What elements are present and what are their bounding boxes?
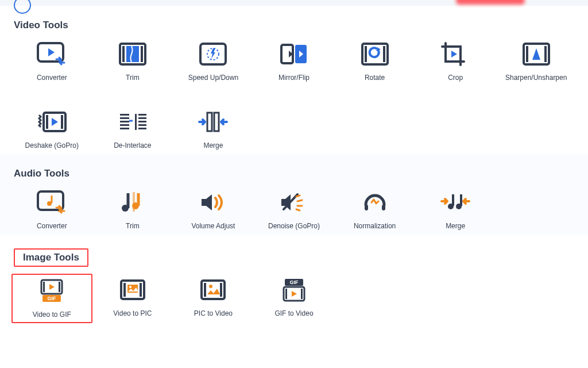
tool-video-to-pic[interactable]: Video to PIC bbox=[95, 277, 171, 320]
svg-point-39 bbox=[47, 201, 52, 206]
tool-crop[interactable]: Crop bbox=[417, 41, 494, 82]
svg-rect-71 bbox=[301, 289, 303, 299]
tool-volume[interactable]: Volume Adjust bbox=[175, 190, 252, 230]
tool-speed[interactable]: Speed Up/Down bbox=[175, 41, 252, 82]
svg-rect-34 bbox=[138, 124, 146, 126]
svg-text:GIF: GIF bbox=[289, 279, 299, 285]
tool-label: Merge bbox=[446, 222, 465, 230]
svg-rect-37 bbox=[214, 113, 219, 131]
svg-rect-54 bbox=[59, 282, 60, 292]
svg-rect-31 bbox=[138, 114, 146, 116]
tool-label: Rotate bbox=[365, 74, 385, 82]
svg-rect-30 bbox=[135, 114, 137, 130]
tool-gif-to-video[interactable]: GIF GIF to Video bbox=[256, 277, 332, 320]
top-bar bbox=[0, 0, 588, 6]
tool-audio-trim[interactable]: Trim bbox=[95, 190, 171, 230]
audio-tools-section: Audio Tools Converter Trim bbox=[0, 154, 588, 235]
image-tools-grid: GIF Video to GIF Video to PIC bbox=[14, 277, 574, 320]
svg-rect-49 bbox=[382, 205, 385, 210]
svg-rect-13 bbox=[365, 46, 367, 62]
svg-rect-28 bbox=[120, 124, 129, 126]
video-mirror-icon bbox=[280, 41, 308, 67]
svg-rect-26 bbox=[120, 117, 129, 119]
tool-label: Volume Adjust bbox=[191, 222, 235, 230]
video-tools-section: Video Tools Converter bbox=[0, 6, 588, 154]
audio-merge-icon bbox=[439, 190, 471, 215]
image-tools-title: Image Tools bbox=[14, 248, 88, 267]
svg-point-66 bbox=[209, 285, 212, 288]
svg-rect-48 bbox=[365, 205, 368, 210]
tool-video-to-gif[interactable]: GIF Video to GIF bbox=[11, 274, 92, 323]
video-deinterlace-icon bbox=[118, 109, 148, 135]
svg-point-62 bbox=[129, 286, 131, 288]
tool-rotate[interactable]: Rotate bbox=[336, 41, 413, 82]
svg-text:GIF: GIF bbox=[48, 296, 57, 301]
tool-label: Denoise (GoPro) bbox=[268, 222, 320, 230]
svg-rect-33 bbox=[138, 121, 146, 122]
svg-point-50 bbox=[448, 204, 454, 209]
tool-denoise[interactable]: Denoise (GoPro) bbox=[256, 190, 332, 230]
svg-rect-53 bbox=[43, 282, 45, 292]
tool-audio-merge[interactable]: Merge bbox=[417, 190, 494, 230]
svg-rect-3 bbox=[122, 46, 125, 62]
audio-trim-icon bbox=[120, 190, 145, 215]
svg-rect-25 bbox=[120, 114, 129, 116]
tool-merge-video[interactable]: Merge bbox=[175, 109, 252, 150]
svg-marker-1 bbox=[48, 48, 55, 56]
tool-pic-to-video[interactable]: PIC to Video bbox=[175, 277, 252, 320]
tool-converter[interactable]: Converter bbox=[14, 41, 90, 82]
tool-label: Converter bbox=[37, 222, 67, 230]
svg-rect-14 bbox=[383, 46, 385, 62]
image-video-to-gif-icon: GIF bbox=[38, 278, 65, 304]
image-video-to-pic-icon bbox=[119, 277, 146, 302]
svg-rect-19 bbox=[544, 46, 547, 62]
tool-label: Trim bbox=[126, 222, 140, 230]
tool-label: Crop bbox=[448, 74, 463, 82]
tool-mirror[interactable]: Mirror/Flip bbox=[256, 41, 332, 82]
tool-label: Converter bbox=[37, 74, 67, 82]
svg-rect-42 bbox=[133, 192, 135, 212]
svg-marker-24 bbox=[52, 118, 58, 126]
tool-label: Video to PIC bbox=[113, 309, 152, 317]
svg-rect-18 bbox=[526, 46, 528, 62]
svg-point-40 bbox=[122, 205, 129, 212]
tool-label: Speed Up/Down bbox=[188, 74, 238, 82]
audio-normalize-icon bbox=[361, 190, 389, 215]
tool-label: Video to GIF bbox=[33, 310, 71, 319]
tool-label: Merge bbox=[203, 141, 223, 150]
video-converter-icon bbox=[37, 41, 67, 67]
video-merge-icon bbox=[197, 109, 229, 135]
audio-tools-grid: Converter Trim Volume Adjust bbox=[14, 190, 574, 230]
tool-sharpen[interactable]: Sharpen/Unsharpen bbox=[498, 41, 574, 82]
tool-deshake[interactable]: Deshake (GoPro) bbox=[14, 109, 90, 150]
tool-label: Deshake (GoPro) bbox=[25, 141, 79, 150]
tool-label: Sharpen/Unsharpen bbox=[505, 74, 567, 82]
tool-audio-converter[interactable]: Converter bbox=[14, 190, 90, 230]
tool-trim[interactable]: Trim bbox=[95, 41, 171, 82]
image-gif-to-video-icon: GIF bbox=[280, 277, 308, 302]
video-crop-icon bbox=[441, 41, 470, 67]
video-rotate-icon bbox=[361, 41, 389, 67]
svg-rect-60 bbox=[140, 283, 142, 297]
svg-line-44 bbox=[296, 195, 300, 197]
tool-label: Mirror/Flip bbox=[278, 74, 310, 82]
svg-line-45 bbox=[297, 200, 302, 201]
video-sharpen-icon bbox=[523, 41, 550, 67]
tool-label: PIC to Video bbox=[194, 309, 233, 317]
svg-rect-22 bbox=[46, 115, 48, 129]
tool-deinterlace[interactable]: De-Interlace bbox=[95, 109, 171, 150]
svg-rect-29 bbox=[120, 128, 129, 129]
svg-rect-59 bbox=[123, 283, 126, 297]
tool-label: Trim bbox=[126, 74, 140, 82]
tool-normalize[interactable]: Normalization bbox=[336, 190, 413, 230]
video-deshake-icon bbox=[36, 109, 68, 135]
svg-rect-32 bbox=[138, 117, 146, 119]
image-tools-section: Image Tools GIF Video to GIF bbox=[0, 235, 588, 324]
tool-label: De-Interlace bbox=[114, 141, 151, 150]
video-speed-icon bbox=[199, 41, 227, 67]
top-action-button[interactable] bbox=[456, 0, 525, 5]
video-trim-icon bbox=[119, 41, 146, 67]
svg-rect-64 bbox=[204, 283, 206, 297]
svg-rect-70 bbox=[285, 289, 287, 299]
svg-marker-55 bbox=[49, 284, 55, 290]
